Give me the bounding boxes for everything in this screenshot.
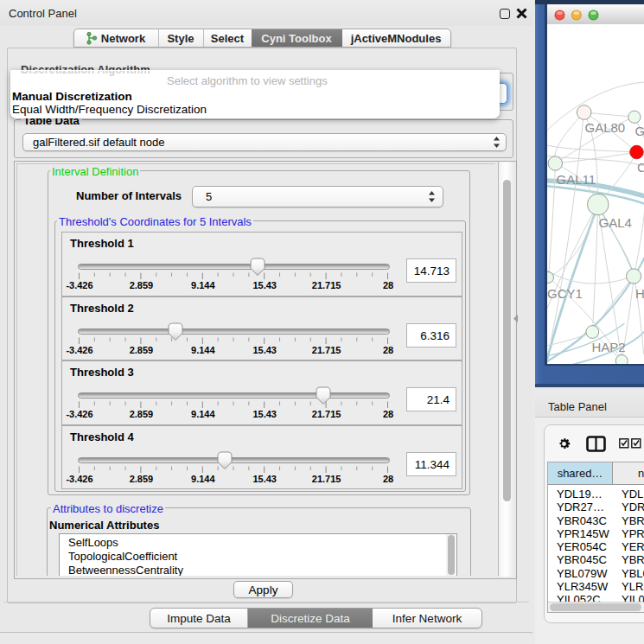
- svg-text:GAL4: GAL4: [598, 215, 631, 230]
- svg-text:C: C: [637, 160, 644, 175]
- svg-text:G: G: [634, 124, 644, 138]
- svg-text:GAL11: GAL11: [556, 172, 596, 187]
- svg-text:GAL80: GAL80: [584, 120, 625, 135]
- svg-text:GCY1: GCY1: [547, 286, 583, 301]
- svg-text:HAP2: HAP2: [591, 340, 625, 354]
- svg-text:H: H: [635, 286, 644, 301]
